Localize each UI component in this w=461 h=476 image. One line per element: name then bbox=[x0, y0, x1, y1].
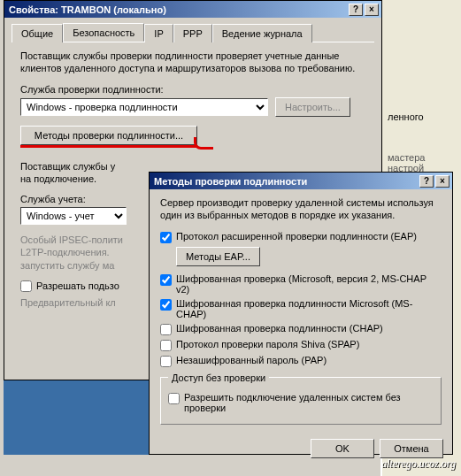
watermark: alterego.ucoz.org bbox=[381, 457, 456, 471]
spap-checkbox[interactable] bbox=[160, 340, 172, 351]
pap-checkbox[interactable] bbox=[160, 356, 172, 367]
mschap-v2-label: Шифрованная проверка (Microsoft, версия … bbox=[176, 273, 442, 295]
allow-custom-checkbox[interactable] bbox=[20, 280, 32, 292]
auth-provider-description: Поставщик службы проверки подлинности пр… bbox=[20, 50, 365, 75]
eap-label: Протокол расширенной проверки подлинност… bbox=[176, 231, 417, 242]
title-properties: Свойства: TRAMBON (локально) bbox=[7, 4, 347, 15]
pap-label: Незашифрованный пароль (PAP) bbox=[176, 355, 327, 365]
tab-ppp[interactable]: PPP bbox=[173, 24, 212, 42]
cancel-button[interactable]: Отмена bbox=[380, 439, 443, 458]
title-auth-methods: Методы проверки подлинности bbox=[152, 176, 418, 187]
chap-label: Шифрованная проверка подлинности (CHAP) bbox=[176, 323, 383, 334]
mschap-checkbox[interactable] bbox=[160, 299, 172, 311]
ok-button[interactable]: OK bbox=[311, 439, 374, 458]
tab-ip[interactable]: IP bbox=[144, 24, 173, 42]
auth-service-select[interactable]: Windows - проверка подлинности bbox=[20, 98, 268, 116]
acct-service-select[interactable]: Windows - учет bbox=[20, 207, 127, 225]
tabstrip: Общие Безопасность IP PPP Ведение журнал… bbox=[12, 23, 374, 42]
auth-methods-button[interactable]: Методы проверки подлинности... bbox=[20, 126, 197, 145]
help-icon[interactable]: ? bbox=[419, 175, 434, 188]
noauth-checkbox[interactable] bbox=[168, 393, 180, 404]
noauth-group: Доступ без проверки Разрешить подключени… bbox=[160, 372, 442, 425]
allow-custom-label: Разрешать подьзо bbox=[36, 280, 119, 291]
noauth-legend: Доступ без проверки bbox=[168, 372, 269, 383]
chap-checkbox[interactable] bbox=[160, 324, 172, 335]
bg-text-1: ленного bbox=[388, 111, 458, 122]
titlebar-properties[interactable]: Свойства: TRAMBON (локально) ? × bbox=[4, 1, 381, 18]
close-icon[interactable]: × bbox=[365, 4, 379, 16]
tab-logging[interactable]: Ведение журнала bbox=[212, 24, 312, 42]
help-icon[interactable]: ? bbox=[349, 4, 363, 16]
tab-security[interactable]: Безопасность bbox=[63, 23, 144, 42]
spap-label: Протокол проверки пароля Shiva (SPAP) bbox=[176, 339, 359, 349]
highlight-mark bbox=[194, 137, 213, 150]
mschap-label: Шифрованная проверка подлинности Microso… bbox=[176, 298, 442, 319]
titlebar-auth-methods[interactable]: Методы проверки подлинности ? × bbox=[150, 173, 452, 189]
mschap-v2-checkbox[interactable] bbox=[160, 274, 172, 286]
configure-button: Настроить... bbox=[275, 97, 350, 117]
eap-methods-button[interactable]: Методы EAP... bbox=[176, 247, 260, 266]
auth-service-label: Служба проверки подлинности: bbox=[20, 84, 365, 95]
tab-general[interactable]: Общие bbox=[12, 24, 63, 42]
bg-text-2: мастера настрой bbox=[388, 152, 458, 173]
auth-methods-description: Сервер производит проверку удаленной сис… bbox=[160, 196, 442, 222]
close-icon[interactable]: × bbox=[435, 175, 449, 188]
dialog-auth-methods: Методы проверки подлинности ? × Сервер п… bbox=[149, 172, 453, 455]
noauth-label: Разрешить подключение удаленных систем б… bbox=[184, 392, 434, 413]
eap-checkbox[interactable] bbox=[160, 232, 172, 243]
